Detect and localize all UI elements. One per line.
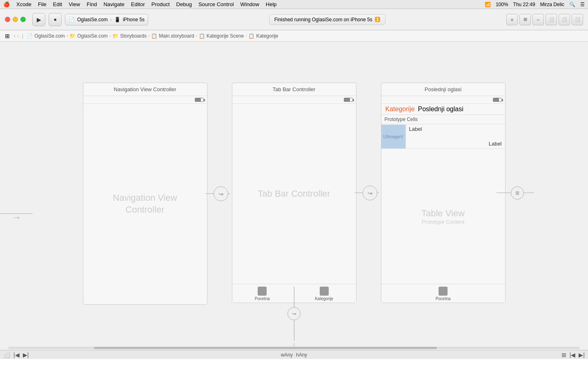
- breadcrumb-item-1[interactable]: 📁 OglasiSe.com: [69, 33, 108, 39]
- kategorije-tab-black[interactable]: Poslednji oglasi: [418, 105, 463, 113]
- kat-tab-icon-pocetna: [439, 287, 448, 296]
- bottom-icon-3[interactable]: ▶|: [23, 352, 29, 358]
- menu-find[interactable]: Find: [87, 1, 97, 7]
- device-icon: 📱: [114, 17, 120, 22]
- search-icon[interactable]: 🔍: [569, 2, 575, 7]
- clock: Thu 22:49: [513, 2, 535, 7]
- tab-label-kategorije: Kategorije: [315, 296, 333, 301]
- vc-icon-5: 📋: [248, 33, 254, 39]
- tab-vc-body: Tab Bar Controller: [232, 104, 356, 284]
- tab-vc-scene[interactable]: Tab Bar Controller Tab Bar Controller Po…: [232, 83, 356, 303]
- breadcrumb-toggle[interactable]: ⊞: [5, 33, 10, 39]
- file-icon-0: 📄: [27, 33, 33, 39]
- zoom-in-button[interactable]: ▶|: [579, 352, 585, 358]
- list-icon[interactable]: ☰: [580, 2, 585, 7]
- scrollbar-horizontal[interactable]: [0, 346, 588, 350]
- battery-icon-2: [344, 98, 353, 102]
- size-h-label: hAny: [296, 352, 307, 358]
- nav-vc-scene[interactable]: Navigation View Controller Navigation Vi…: [83, 83, 207, 305]
- segue-icon-2: ↝: [368, 190, 372, 196]
- breadcrumb-item-2[interactable]: 📁 Storyboards: [112, 33, 147, 39]
- segue-circle-1[interactable]: ↝: [214, 186, 228, 201]
- tab-vc-label: Tab Bar Controller: [258, 188, 330, 200]
- tab-item-pocetna[interactable]: Pocetna: [255, 287, 270, 301]
- menu-xcode[interactable]: Xcode: [16, 1, 31, 7]
- menu-product[interactable]: Product: [151, 1, 170, 7]
- maximize-button[interactable]: [20, 17, 26, 22]
- kat-tab-item-pocetna[interactable]: Pocetna: [436, 287, 451, 301]
- warning-badge: 1: [375, 17, 381, 22]
- navigator-button[interactable]: ⬜: [546, 14, 557, 25]
- stop-button[interactable]: ■: [49, 13, 62, 26]
- minimize-button[interactable]: [13, 17, 18, 22]
- wifi-icon: 📶: [485, 2, 491, 7]
- menu-window[interactable]: Window: [241, 1, 259, 7]
- menubar-right: 📶 100% Thu 22:49 Mirza Delic 🔍 ☰: [485, 2, 585, 7]
- right-segue-icon: ⊞: [515, 190, 519, 196]
- bottom-right-controls: ⊞ |◀ ▶|: [561, 352, 585, 358]
- breadcrumb-item-4[interactable]: 📋 Kategorije Scene: [199, 33, 244, 39]
- breadcrumb-sep-1: ›: [109, 34, 111, 38]
- battery-status: 100%: [496, 2, 508, 7]
- scheme-name: OglasiSe.com: [77, 17, 108, 22]
- editor-version-button[interactable]: ↔: [532, 14, 544, 25]
- table-view-title: Table View: [421, 208, 465, 219]
- zoom-fit-button[interactable]: ⊞: [561, 352, 566, 358]
- segue-down-icon: ↝: [292, 311, 296, 316]
- tab-vc-title: Tab Bar Controller: [232, 83, 356, 96]
- nav-vc-wrapper: Navigation View Controller Navigation Vi…: [83, 83, 207, 305]
- prototype-cell-row[interactable]: UIImageV Label Label: [381, 124, 505, 149]
- scrollbar-thumb[interactable]: [94, 347, 437, 349]
- traffic-lights: [5, 17, 26, 22]
- close-button[interactable]: [5, 17, 10, 22]
- breadcrumb-back[interactable]: ‹: [14, 33, 16, 39]
- breadcrumb-sep-0: ›: [67, 34, 68, 38]
- zoom-out-button[interactable]: |◀: [570, 352, 576, 358]
- cell-label-bottom: Label: [409, 141, 502, 147]
- debug-button[interactable]: ⬜: [559, 14, 570, 25]
- menu-source-control[interactable]: Source Control: [198, 1, 234, 7]
- bottom-icon-2[interactable]: |◀: [13, 352, 20, 358]
- chevron-right-icon: ›: [110, 17, 112, 22]
- breadcrumb-item-0[interactable]: 📄 OglasiSe.com: [27, 33, 65, 39]
- menu-navigate[interactable]: Navigate: [103, 1, 124, 7]
- breadcrumb-item-5[interactable]: 📋 Kategorije: [248, 33, 278, 39]
- kategorije-status-bar: [381, 96, 505, 104]
- segue-circle-2[interactable]: ↝: [363, 186, 377, 200]
- breadcrumb-sep-2: ›: [148, 34, 149, 38]
- breadcrumb-sep-3: ›: [196, 34, 197, 38]
- kategorije-scene[interactable]: Poslednji oglasi Kategorije Poslednji og…: [381, 83, 506, 303]
- bottom-icon-1[interactable]: ⬜: [3, 352, 10, 358]
- menu-file[interactable]: File: [38, 1, 47, 7]
- menu-editor[interactable]: Editor: [131, 1, 145, 7]
- toolbar: ▶ ■ 📄 OglasiSe.com › 📱 iPhone 5s Finishe…: [0, 9, 588, 30]
- apple-menu[interactable]: 🍎: [3, 1, 10, 7]
- kategorije-header: Kategorije Poslednji oglasi: [381, 104, 505, 115]
- right-segue-circle[interactable]: ⊞: [511, 186, 524, 200]
- editor-standard-button[interactable]: ≡: [506, 14, 518, 25]
- editor-assistant-button[interactable]: ⊞: [519, 14, 531, 25]
- storyboard-canvas[interactable]: → Navigation View Controller Navigation …: [0, 42, 588, 359]
- tab-item-kategorije[interactable]: Kategorije: [315, 287, 333, 301]
- segue-circle-down[interactable]: ↝: [287, 307, 301, 320]
- battery-icon: [195, 98, 204, 102]
- scheme-selector[interactable]: 📄 OglasiSe.com › 📱 iPhone 5s: [65, 14, 148, 25]
- scene-icon-4: 📋: [199, 33, 205, 39]
- breadcrumb-forward[interactable]: ›: [17, 33, 19, 39]
- nav-to-tab-connector: ↝: [205, 186, 230, 201]
- bottom-bar: ⬜ |◀ ▶| wAny hAny ⊞ |◀ ▶|: [0, 350, 588, 359]
- nav-vc-status-bar: [83, 96, 207, 104]
- kat-tab-label-pocetna: Pocetna: [436, 296, 451, 301]
- toolbar-right: ≡ ⊞ ↔ ⬜ ⬜ ⬜: [506, 14, 583, 25]
- breadcrumb-item-3[interactable]: 📋 Main.storyboard: [151, 33, 194, 39]
- menu-edit[interactable]: Edit: [53, 1, 62, 7]
- cell-labels: Label Label: [406, 124, 505, 148]
- bottom-left-controls: ⬜ |◀ ▶|: [3, 352, 29, 358]
- utilities-button[interactable]: ⬜: [572, 14, 583, 25]
- menubar: 🍎 Xcode File Edit View Find Navigate Edi…: [0, 0, 588, 9]
- run-button[interactable]: ▶: [32, 13, 45, 26]
- menu-view[interactable]: View: [69, 1, 80, 7]
- kategorije-tab-red[interactable]: Kategorije: [385, 105, 415, 113]
- menu-help[interactable]: Help: [266, 1, 277, 7]
- menu-debug[interactable]: Debug: [176, 1, 192, 7]
